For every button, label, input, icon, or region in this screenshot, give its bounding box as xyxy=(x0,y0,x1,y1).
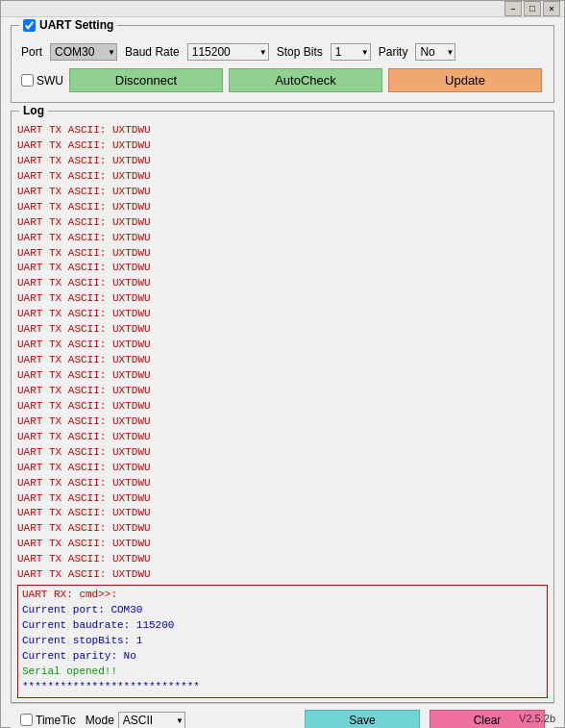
parity-combo-wrap[interactable]: No ▼ xyxy=(415,43,455,61)
log-line: UART TX ASCII: UXTDWU xyxy=(17,506,548,521)
log-line: UART TX ASCII: UXTDWU xyxy=(17,537,548,552)
port-label: Port xyxy=(21,45,42,59)
save-button[interactable]: Save xyxy=(305,710,420,728)
log-title: Log xyxy=(19,104,48,117)
log-content[interactable]: UART TX ASCII: UXTDWUUART TX ASCII: UXTD… xyxy=(12,119,553,702)
parity-select[interactable]: No xyxy=(415,43,455,61)
log-line: UART TX ASCII: UXTDWU xyxy=(17,169,548,185)
log-line: UART TX ASCII: UXTDWU xyxy=(17,291,548,307)
log-line: UART TX ASCII: UXTDWU xyxy=(17,185,548,200)
log-line: UART TX ASCII: UXTDWU xyxy=(17,476,548,491)
log-status-line6: Serial opened!! xyxy=(22,665,543,680)
log-line: UART TX ASCII: UXTDWU xyxy=(17,307,548,322)
log-line: UART TX ASCII: UXTDWU xyxy=(17,399,548,414)
log-line: UART TX ASCII: UXTDWU xyxy=(17,231,548,246)
log-line: UART TX ASCII: UXTDWU xyxy=(17,430,548,445)
log-line: UART TX ASCII: UXTDWU xyxy=(17,353,548,368)
stop-combo-wrap[interactable]: 1 ▼ xyxy=(331,43,371,61)
log-line: UART TX ASCII: UXTDWU xyxy=(17,567,548,583)
stop-select[interactable]: 1 xyxy=(331,43,371,61)
mode-combo-wrap[interactable]: ASCII HEX ▼ xyxy=(118,712,185,728)
log-status-line5: Current parity: No xyxy=(22,649,543,665)
log-line: UART TX ASCII: UXTDWU xyxy=(17,246,548,262)
log-line: UART TX ASCII: UXTDWU xyxy=(17,368,548,384)
log-status-line4: Current stopBits: 1 xyxy=(22,634,543,649)
log-line: UART TX ASCII: UXTDWU xyxy=(17,552,548,567)
bottom-bar: TimeTic Mode ASCII HEX ▼ Save Clear xyxy=(11,703,554,728)
uart-setting-label: UART Setting xyxy=(39,18,113,32)
log-line: UART TX ASCII: UXTDWU xyxy=(17,322,548,338)
log-line: UART TX ASCII: UXTDWU xyxy=(17,384,548,399)
log-group: Log UART TX ASCII: UXTDWUUART TX ASCII: … xyxy=(11,111,554,703)
uart-setting-group: UART Setting Port COM30 ▼ Baud Rate 1152… xyxy=(11,25,554,103)
log-status-line3: Current baudrate: 115200 xyxy=(22,618,543,634)
update-button[interactable]: Update xyxy=(388,68,542,92)
swu-label: SWU xyxy=(21,74,63,88)
log-status-section: UART RX: cmd>>:Current port: COM30Curren… xyxy=(17,585,548,698)
minimize-button[interactable]: – xyxy=(504,1,522,16)
log-line: UART TX ASCII: UXTDWU xyxy=(17,261,548,276)
log-line: UART TX ASCII: UXTDWU xyxy=(17,414,548,430)
log-line: UART TX ASCII: UXTDWU xyxy=(17,276,548,291)
timeticlabel-checkbox[interactable] xyxy=(20,714,33,726)
uart-setting-title: UART Setting xyxy=(19,18,117,32)
baud-label: Baud Rate xyxy=(125,45,180,59)
title-bar: – □ ✕ xyxy=(1,1,564,17)
port-select[interactable]: COM30 xyxy=(50,43,117,61)
timeticlabel-text: TimeTic xyxy=(36,714,76,727)
autocheck-button[interactable]: AutoCheck xyxy=(229,68,382,92)
log-line: UART TX ASCII: UXTDWU xyxy=(17,200,548,215)
mode-wrap: Mode ASCII HEX ▼ xyxy=(86,712,185,728)
log-line: UART TX ASCII: UXTDWU xyxy=(17,154,548,169)
log-line: UART TX ASCII: UXTDWU xyxy=(17,338,548,353)
baud-select[interactable]: 115200 xyxy=(187,43,269,61)
log-line: UART TX ASCII: UXTDWU xyxy=(17,215,548,231)
log-line: UART TX ASCII: UXTDWU xyxy=(17,521,548,537)
stop-label: Stop Bits xyxy=(277,45,323,59)
log-status-line2: Current port: COM30 xyxy=(22,603,543,618)
log-status-line1: UART RX: cmd>>: xyxy=(22,588,543,603)
log-line: UART TX ASCII: UXTDWU xyxy=(17,491,548,507)
swu-checkbox[interactable] xyxy=(21,74,34,87)
log-line: UART TX ASCII: UXTDWU xyxy=(17,138,548,154)
close-button[interactable]: ✕ xyxy=(543,1,560,16)
parity-label: Parity xyxy=(379,45,408,59)
version-text: V2.5.2b xyxy=(519,713,555,724)
timeticlabel-wrap: TimeTic xyxy=(20,714,76,727)
log-status-line7: **************************** xyxy=(22,680,543,695)
uart-setting-checkbox[interactable] xyxy=(23,19,36,32)
log-line: UART TX ASCII: UXTDWU xyxy=(17,445,548,461)
mode-select[interactable]: ASCII HEX xyxy=(118,712,185,728)
maximize-button[interactable]: □ xyxy=(524,1,541,16)
log-line: UART TX ASCII: UXTDWU xyxy=(17,461,548,476)
log-line: UART TX ASCII: UXTDWU xyxy=(17,123,548,138)
mode-label: Mode xyxy=(86,714,114,727)
baud-combo-wrap[interactable]: 115200 ▼ xyxy=(187,43,269,61)
port-combo-wrap[interactable]: COM30 ▼ xyxy=(50,43,117,61)
disconnect-button[interactable]: Disconnect xyxy=(69,68,223,92)
